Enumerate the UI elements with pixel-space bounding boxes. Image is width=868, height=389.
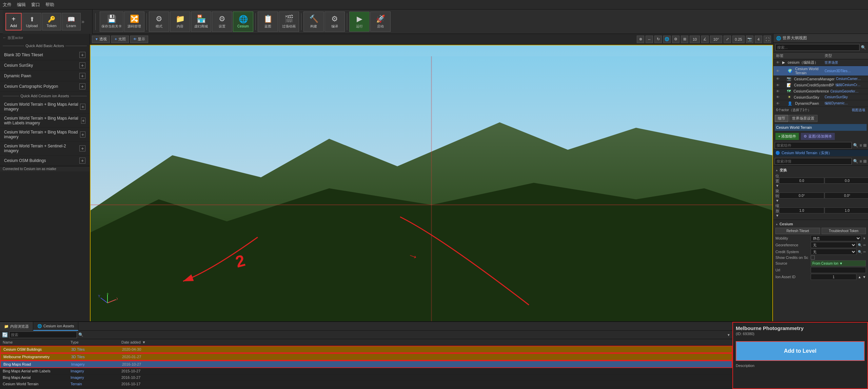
blueprint-script-btn[interactable]: ⚙ 蓝图/添加脚本	[801, 133, 834, 140]
search-btn[interactable]: 🔍	[78, 332, 83, 337]
sidebar-item-cwt-aerial[interactable]: Cesium World Terrain + Bing Maps Aerial …	[0, 100, 90, 114]
outliner-item-sunskky[interactable]: 👁 ☀ CesiumSunSky CesiumSunSky	[773, 94, 868, 100]
outliner-item-camera-manager[interactable]: 👁 📷 CesiumCameraManager CesiumCamer…	[773, 76, 868, 82]
toolbar-launch-btn[interactable]: 🚀 启动	[370, 12, 391, 32]
menu-help[interactable]: 帮助	[45, 2, 54, 8]
vp-perspective-btn[interactable]: ▼ 透视	[92, 36, 110, 43]
sidebar-item-blank3d[interactable]: Blank 3D Tiles Tileset +	[0, 50, 90, 60]
pos-y-input[interactable]	[825, 178, 868, 184]
asset-row-cesium-terrain[interactable]: Cesium World Terrain Terrain 2016-10-17	[0, 381, 732, 387]
list-view-icon[interactable]: ≡	[860, 143, 862, 148]
component-search-input[interactable]	[775, 142, 852, 149]
credit-edit-icon[interactable]: ✏	[863, 250, 866, 254]
sidebar-item-dynamic-pawn[interactable]: Dynamic Pawn +	[0, 71, 90, 81]
grid-view-icon-2[interactable]: ⊞	[863, 159, 867, 164]
token-button[interactable]: 🔑 Token	[42, 13, 61, 30]
add-cwt-aerial-labels-icon[interactable]: +	[81, 118, 85, 124]
toolbar-run-btn[interactable]: ▶ 运行	[349, 12, 370, 32]
toolbar-cinematic-btn[interactable]: 🎬 过场动画	[279, 12, 299, 32]
search-icon[interactable]: 🔍	[861, 45, 866, 50]
add-dynamic-pawn-icon[interactable]: +	[79, 73, 85, 79]
rot-y-input[interactable]	[825, 192, 868, 199]
georeference-dropdown[interactable]: 无	[811, 242, 856, 248]
vp-camera-value[interactable]: 4	[755, 36, 762, 43]
visibility-icon-geo[interactable]: 👁	[776, 89, 780, 93]
sidebar-item-cwt-sentinel[interactable]: Cesium World Terrain + Sentinel-2 imager…	[0, 142, 90, 156]
visibility-icon-cam[interactable]: 👁	[776, 77, 780, 81]
sidebar-item-osm-buildings[interactable]: Cesium OSM Buildings +	[0, 156, 90, 166]
tab-content-browser[interactable]: 📁 内容浏览器	[0, 322, 33, 331]
credit-search-icon[interactable]: 🔍	[858, 250, 862, 254]
asset-row-bing-road[interactable]: Bing Maps Road Imagery 2016-10-27	[0, 361, 732, 368]
vp-angle-btn[interactable]: ∠	[701, 36, 709, 43]
vp-tool-2[interactable]: ↔	[646, 36, 653, 43]
rot-x-input[interactable]	[779, 192, 824, 199]
detail-search-input-2[interactable]	[775, 158, 852, 165]
scale-y-input[interactable]	[825, 207, 868, 213]
add-cart-poly-icon[interactable]: +	[79, 83, 85, 89]
tab-cesium-ion[interactable]: 🌐 Cesium ion Assets	[33, 322, 78, 331]
add-osm-buildings-icon[interactable]: +	[79, 158, 85, 164]
geo-edit-icon[interactable]: ✏	[863, 243, 866, 247]
credit-dropdown[interactable]: 无	[811, 249, 856, 255]
vp-scale-btn[interactable]: ⤢	[724, 36, 731, 43]
toolbar-build-btn[interactable]: 🔨 构建	[303, 12, 324, 32]
ion-asset-up-icon[interactable]: ▲	[858, 275, 861, 279]
add-cwt-aerial-icon[interactable]: +	[80, 104, 85, 110]
mobility-dropdown[interactable]: 静态	[811, 235, 861, 241]
visibility-icon[interactable]: 👁	[776, 61, 780, 64]
refresh-tileset-btn[interactable]: Refresh Tileset	[775, 228, 820, 234]
add-cwt-road-icon[interactable]: +	[80, 131, 85, 138]
refresh-icon[interactable]: 🔄	[2, 332, 8, 337]
outliner-item-cesium-editor[interactable]: 👁 ▶ cesium（编辑器） 世界场景	[773, 59, 868, 66]
sort-icon[interactable]: ▼	[142, 340, 146, 344]
show-credits-checkbox[interactable]	[811, 255, 815, 260]
visibility-icon-cred[interactable]: 👁	[776, 83, 780, 87]
url-value[interactable]	[811, 267, 866, 273]
vp-angle-value[interactable]: 10°	[710, 36, 722, 43]
asset-row-bing-aerial[interactable]: Bing Maps Aerial Imagery 2016-10-27	[0, 374, 732, 381]
menu-window[interactable]: 窗口	[31, 2, 40, 8]
vp-tool-5[interactable]: ⚙	[672, 36, 679, 43]
add-cwt-sentinel-icon[interactable]: +	[79, 145, 85, 151]
vp-tool-grid[interactable]: ⊞	[681, 36, 688, 43]
vp-lighting-btn[interactable]: ☀ 光照	[111, 36, 129, 43]
vp-tool-1[interactable]: ⊕	[637, 36, 644, 43]
menu-edit[interactable]: 编辑	[17, 2, 26, 8]
detail-tab-world-settings[interactable]: 世界场景设置	[789, 115, 817, 122]
add-to-level-button[interactable]: Add to Level	[736, 341, 865, 361]
asset-row-osm[interactable]: Cesium OSM Buildings 3D Tiles 2020-04-30	[0, 346, 732, 353]
detail-name-input[interactable]	[776, 125, 865, 129]
geo-search-icon[interactable]: 🔍	[858, 243, 862, 247]
visibility-icon-sun[interactable]: 👁	[776, 95, 780, 99]
menu-file[interactable]: 文件	[3, 2, 12, 8]
learn-button[interactable]: 📖 Learn	[62, 13, 81, 30]
add-sunskky-icon[interactable]: +	[79, 62, 85, 68]
ion-asset-down-icon[interactable]: ▼	[863, 275, 866, 279]
vp-camera-btn[interactable]: 📷	[746, 36, 753, 43]
outliner-item-credit[interactable]: 👁 📝 CesiumCreditSystemBP 编辑CesiumCr…	[773, 82, 868, 88]
visibility-icon-cwt[interactable]: 👁	[776, 69, 780, 73]
vp-tool-4[interactable]: 🌐	[663, 36, 671, 43]
visibility-icon-pawn[interactable]: 👁	[776, 102, 780, 105]
toolbar-cesium-btn[interactable]: 🌐 Cesium	[233, 12, 253, 32]
toolbar-blueprint-btn[interactable]: 📋 蓝图	[258, 12, 278, 32]
detail-tab-details[interactable]: 细节	[775, 115, 788, 122]
sidebar-item-sunskky[interactable]: Cesium SunSky +	[0, 60, 90, 71]
toolbar-market-btn[interactable]: 🏪 虚幻商城	[191, 12, 211, 32]
toolbar-mode-btn[interactable]: ⚙ 模式	[149, 12, 169, 32]
troubleshoot-token-btn[interactable]: Troubleshoot Token	[822, 228, 866, 234]
outliner-item-dynamic-pawn[interactable]: 👁 👤 DynamicPawn 编辑Dynamic…	[773, 100, 868, 107]
asset-search-input[interactable]	[9, 331, 77, 338]
breadcrumb[interactable]: ← 放置actor	[0, 34, 90, 42]
vp-scale-value[interactable]: 0.25	[732, 36, 745, 43]
sidebar-item-cwt-road[interactable]: Cesium World Terrain + Bing Maps Road im…	[0, 128, 90, 142]
pos-x-input[interactable]	[779, 178, 824, 184]
vp-fullscreen-btn[interactable]: ⛶	[764, 36, 771, 43]
scale-x-input[interactable]	[779, 207, 824, 213]
outliner-search-input[interactable]	[775, 44, 860, 51]
grid-view-icon[interactable]: ⊞	[863, 143, 867, 148]
toolbar-save-btn[interactable]: 💾 保存当前关卡	[100, 12, 123, 32]
vp-show-btn[interactable]: 👁 显示	[130, 36, 148, 43]
outliner-item-cwt[interactable]: 👁 🌍 Cesium World Terrain Cesium3DTiles…	[773, 66, 868, 76]
